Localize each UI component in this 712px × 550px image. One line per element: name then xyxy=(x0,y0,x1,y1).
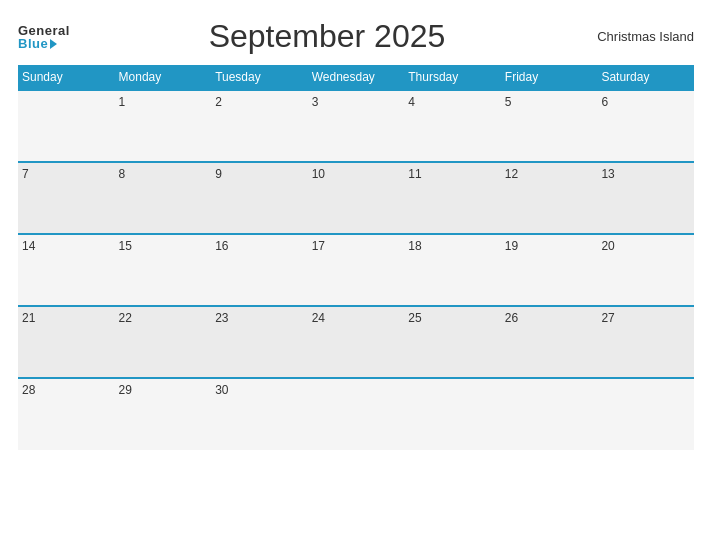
calendar-cell: 26 xyxy=(501,306,598,378)
calendar-cell: 17 xyxy=(308,234,405,306)
calendar-cell xyxy=(501,378,598,450)
calendar-cell xyxy=(597,378,694,450)
calendar-cell: 18 xyxy=(404,234,501,306)
calendar-cell: 15 xyxy=(115,234,212,306)
calendar-cell: 4 xyxy=(404,90,501,162)
day-number: 28 xyxy=(22,383,35,397)
calendar-cell xyxy=(404,378,501,450)
weekday-header-wednesday: Wednesday xyxy=(308,65,405,90)
calendar-cell: 24 xyxy=(308,306,405,378)
day-number: 23 xyxy=(215,311,228,325)
week-row-3: 21222324252627 xyxy=(18,306,694,378)
day-number: 22 xyxy=(119,311,132,325)
calendar-cell: 13 xyxy=(597,162,694,234)
calendar-header: General Blue September 2025 Christmas Is… xyxy=(18,18,694,55)
day-number: 18 xyxy=(408,239,421,253)
calendar-cell: 29 xyxy=(115,378,212,450)
calendar-cell: 30 xyxy=(211,378,308,450)
day-number: 8 xyxy=(119,167,126,181)
week-row-4: 282930 xyxy=(18,378,694,450)
calendar-cell: 8 xyxy=(115,162,212,234)
day-number: 1 xyxy=(119,95,126,109)
day-number: 12 xyxy=(505,167,518,181)
day-number: 6 xyxy=(601,95,608,109)
week-row-2: 14151617181920 xyxy=(18,234,694,306)
calendar-cell: 6 xyxy=(597,90,694,162)
calendar-table: SundayMondayTuesdayWednesdayThursdayFrid… xyxy=(18,65,694,450)
day-number: 15 xyxy=(119,239,132,253)
day-number: 20 xyxy=(601,239,614,253)
weekday-header-row: SundayMondayTuesdayWednesdayThursdayFrid… xyxy=(18,65,694,90)
calendar-page: General Blue September 2025 Christmas Is… xyxy=(0,0,712,550)
calendar-cell: 25 xyxy=(404,306,501,378)
day-number: 13 xyxy=(601,167,614,181)
calendar-cell xyxy=(308,378,405,450)
calendar-cell: 7 xyxy=(18,162,115,234)
calendar-cell: 19 xyxy=(501,234,598,306)
calendar-title: September 2025 xyxy=(70,18,584,55)
weekday-header-tuesday: Tuesday xyxy=(211,65,308,90)
day-number: 10 xyxy=(312,167,325,181)
calendar-cell: 5 xyxy=(501,90,598,162)
calendar-cell: 2 xyxy=(211,90,308,162)
calendar-cell: 1 xyxy=(115,90,212,162)
day-number: 30 xyxy=(215,383,228,397)
logo-general-text: General xyxy=(18,24,70,37)
calendar-cell: 21 xyxy=(18,306,115,378)
weekday-header-monday: Monday xyxy=(115,65,212,90)
day-number: 9 xyxy=(215,167,222,181)
calendar-cell: 9 xyxy=(211,162,308,234)
day-number: 17 xyxy=(312,239,325,253)
logo-triangle-icon xyxy=(50,39,57,49)
day-number: 19 xyxy=(505,239,518,253)
calendar-cell: 11 xyxy=(404,162,501,234)
day-number: 3 xyxy=(312,95,319,109)
weekday-header-saturday: Saturday xyxy=(597,65,694,90)
week-row-0: 123456 xyxy=(18,90,694,162)
day-number: 4 xyxy=(408,95,415,109)
calendar-cell: 23 xyxy=(211,306,308,378)
calendar-cell: 3 xyxy=(308,90,405,162)
day-number: 24 xyxy=(312,311,325,325)
calendar-cell: 27 xyxy=(597,306,694,378)
week-row-1: 78910111213 xyxy=(18,162,694,234)
calendar-cell xyxy=(18,90,115,162)
weekday-header-friday: Friday xyxy=(501,65,598,90)
calendar-cell: 10 xyxy=(308,162,405,234)
calendar-cell: 16 xyxy=(211,234,308,306)
day-number: 26 xyxy=(505,311,518,325)
calendar-cell: 20 xyxy=(597,234,694,306)
day-number: 21 xyxy=(22,311,35,325)
day-number: 14 xyxy=(22,239,35,253)
weekday-header-sunday: Sunday xyxy=(18,65,115,90)
calendar-cell: 22 xyxy=(115,306,212,378)
day-number: 27 xyxy=(601,311,614,325)
day-number: 16 xyxy=(215,239,228,253)
day-number: 2 xyxy=(215,95,222,109)
logo-blue-text: Blue xyxy=(18,37,48,50)
calendar-cell: 12 xyxy=(501,162,598,234)
logo: General Blue xyxy=(18,24,70,50)
day-number: 25 xyxy=(408,311,421,325)
day-number: 7 xyxy=(22,167,29,181)
region-label: Christmas Island xyxy=(584,29,694,44)
day-number: 5 xyxy=(505,95,512,109)
calendar-cell: 14 xyxy=(18,234,115,306)
weekday-header-thursday: Thursday xyxy=(404,65,501,90)
day-number: 11 xyxy=(408,167,421,181)
day-number: 29 xyxy=(119,383,132,397)
calendar-cell: 28 xyxy=(18,378,115,450)
